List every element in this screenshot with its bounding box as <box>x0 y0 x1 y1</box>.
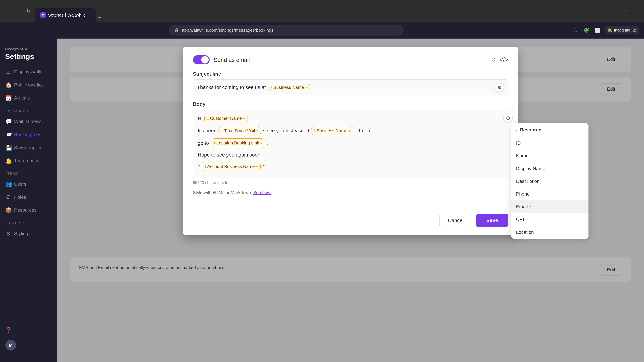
dropdown-item-description[interactable]: Description <box>511 175 588 188</box>
sidebar-item-help[interactable]: ❓ <box>2 324 55 336</box>
time-since-visit-label: Time Since Visit <box>224 127 255 134</box>
sidebar-item-label: Display waitli... <box>14 69 45 75</box>
address-bar[interactable]: 🔒 app.waitwhile.com/settings/messages/bo… <box>169 25 404 35</box>
styling-section-header: Styling <box>2 217 55 227</box>
help-icon: ❓ <box>5 327 12 333</box>
add-line-button-1[interactable]: ⊕ <box>503 113 513 122</box>
url-text: app.waitwhile.com/settings/messages/book… <box>182 28 273 33</box>
saved-replies-icon: 💾 <box>5 144 12 151</box>
sidebar-item-users[interactable]: 👥 Users <box>2 178 55 190</box>
subject-line-label: Subject line <box>193 71 508 77</box>
save-button[interactable]: Save <box>476 214 508 227</box>
dropdown-item-phone[interactable]: Phone <box>511 188 588 200</box>
body-line-3: go to ℹ Location Booking Link ▾ . <box>198 138 503 148</box>
location-booking-link-icon: ℹ <box>214 140 215 146</box>
team-section-header: Team <box>2 168 55 177</box>
sidebar-avatar-item[interactable]: M <box>2 337 55 354</box>
close-button[interactable]: × <box>632 7 641 15</box>
new-tab-button[interactable]: + <box>96 13 104 22</box>
edit-modal: Send as email ↺ </> Subject line Thanks … <box>183 47 518 235</box>
body-text-area[interactable]: Hi ℹ Customer Name ▾ . ⊕ It's been <box>193 110 508 178</box>
dropdown-header-label: Resource <box>520 127 541 133</box>
extensions-button[interactable]: 🧩 <box>582 26 591 34</box>
dropdown-header[interactable]: ‹ Resource <box>511 123 588 137</box>
dropdown-item-location[interactable]: Location <box>511 226 588 239</box>
business-name-tag-2[interactable]: ℹ Business Name ▾ <box>311 126 353 136</box>
dropdown-description-label: Description <box>516 179 540 184</box>
dropdown-email-label: Email <box>516 204 528 210</box>
bookmark-button[interactable]: ☆ <box>572 26 580 34</box>
minimize-button[interactable]: ─ <box>612 7 620 15</box>
cursor-icon: ↖ <box>530 205 533 209</box>
profile-label: Incognito (2) <box>614 28 636 32</box>
business-name-tag-2-chevron: ▾ <box>349 128 350 133</box>
account-business-name-label: Account Business Name <box>207 163 255 170</box>
sidebar-item-saved-replies[interactable]: 💾 Saved replies <box>2 141 55 154</box>
sidebar-item-display-waitlist[interactable]: ☰ Display waitli... <box>2 66 55 78</box>
modal-body: Send as email ↺ </> Subject line Thanks … <box>183 47 518 209</box>
sidebar-item-resources[interactable]: 📦 Resources <box>2 204 55 216</box>
body-text-asterisk-2: * <box>263 163 265 171</box>
see-how-link[interactable]: See how. <box>253 190 271 195</box>
body-line-5: * ℹ Account Business Name ▾ * <box>198 162 503 171</box>
subject-business-name-tag[interactable]: ℹ Business Name ▾ <box>268 84 310 91</box>
cancel-button[interactable]: Cancel <box>439 214 472 227</box>
code-icon-button[interactable]: </> <box>500 56 508 63</box>
send-as-email-toggle[interactable] <box>193 55 210 64</box>
sidebar-item-arrivals[interactable]: 📅 Arrivals <box>2 92 55 104</box>
dropdown-item-id[interactable]: ID <box>511 137 588 149</box>
dropdown-item-url[interactable]: URL <box>511 213 588 226</box>
location-booking-link-tag[interactable]: ℹ Location Booking Link ▾ <box>211 138 265 148</box>
dropdown-item-email[interactable]: Email ↖ <box>511 200 588 213</box>
modal-footer: Cancel Save <box>183 209 518 235</box>
sidebar-item-label: Users <box>14 182 26 187</box>
main-layout: Moodjoy7434 Settings ☰ Display waitli...… <box>0 38 644 362</box>
toggle-label: Send as email <box>214 57 250 63</box>
sidebar-browser-button[interactable]: ⬜ <box>594 26 602 34</box>
refresh-button[interactable]: ↻ <box>24 7 32 15</box>
content-area: Edit Edit SMS and Email sent automatical… <box>57 38 644 362</box>
time-since-visit-tag[interactable]: ℹ Time Since Visit ▾ <box>218 126 261 136</box>
body-line-1: Hi ℹ Customer Name ▾ . ⊕ <box>198 114 503 123</box>
sidebar-username: Moodjoy7434 <box>5 47 52 51</box>
customer-name-tag[interactable]: ℹ Customer Name ▾ <box>204 114 248 123</box>
sidebar-item-roles[interactable]: 🛡 Roles <box>2 191 55 203</box>
sidebar-item-public-location[interactable]: 🏠 Public locatio... <box>2 79 55 91</box>
add-subject-line-button[interactable]: ⊕ <box>494 83 504 92</box>
time-since-visit-icon: ℹ <box>221 128 223 134</box>
dropdown-item-name[interactable]: Name <box>511 149 588 162</box>
dropdown-back-icon: ‹ <box>516 127 518 133</box>
sidebar-item-booking-messages[interactable]: 📨 Booking mes... <box>2 128 55 141</box>
sidebar-item-label: Waitlist mess... <box>14 119 46 124</box>
address-bar-actions: ☆ 🧩 ⬜ 🕵 Incognito (2) <box>572 26 639 34</box>
tab-bar: M Settings | Waitwhile × + <box>35 0 610 22</box>
sidebar: Moodjoy7434 Settings ☰ Display waitli...… <box>0 38 57 362</box>
active-tab[interactable]: M Settings | Waitwhile × <box>35 8 96 22</box>
sidebar-item-team-notifications[interactable]: 🔔 Team notific... <box>2 155 55 167</box>
body-text-hi: Hi <box>198 114 202 122</box>
customer-name-tag-icon: ℹ <box>207 115 209 121</box>
forward-button[interactable]: → <box>14 7 22 15</box>
tag-label: Business Name <box>273 85 304 90</box>
body-text-hope: Hope to see you again soon! <box>198 151 262 159</box>
tab-close-button[interactable]: × <box>88 13 90 17</box>
body-text-asterisk-1: * <box>198 163 200 171</box>
dropdown-display-name-label: Display Name <box>516 166 545 171</box>
sidebar-item-waitlist-messages[interactable]: 💬 Waitlist mess... <box>2 115 55 128</box>
sidebar-navigation: ☰ Display waitli... 🏠 Public locatio... … <box>0 66 57 240</box>
sidebar-item-styling[interactable]: ⚙ Styling <box>2 227 55 240</box>
body-text-goto: go to <box>198 139 209 147</box>
refresh-icon-button[interactable]: ↺ <box>491 56 496 63</box>
maximize-button[interactable]: □ <box>622 7 630 15</box>
dropdown-item-display-name[interactable]: Display Name <box>511 162 588 175</box>
tab-title: Settings | Waitwhile <box>48 12 86 18</box>
display-waitlist-icon: ☰ <box>5 69 12 75</box>
location-booking-link-label: Location Booking Link <box>216 140 259 147</box>
customer-name-chevron: ▾ <box>243 116 245 121</box>
customer-name-tag-label: Customer Name <box>210 115 242 122</box>
profile-badge[interactable]: 🕵 Incognito (2) <box>604 26 639 34</box>
back-button[interactable]: ← <box>3 7 12 15</box>
account-business-name-tag[interactable]: ℹ Account Business Name ▾ <box>202 162 260 171</box>
resource-dropdown: ‹ Resource ID Name Display Name <box>511 123 588 239</box>
dropdown-id-label: ID <box>516 140 521 146</box>
